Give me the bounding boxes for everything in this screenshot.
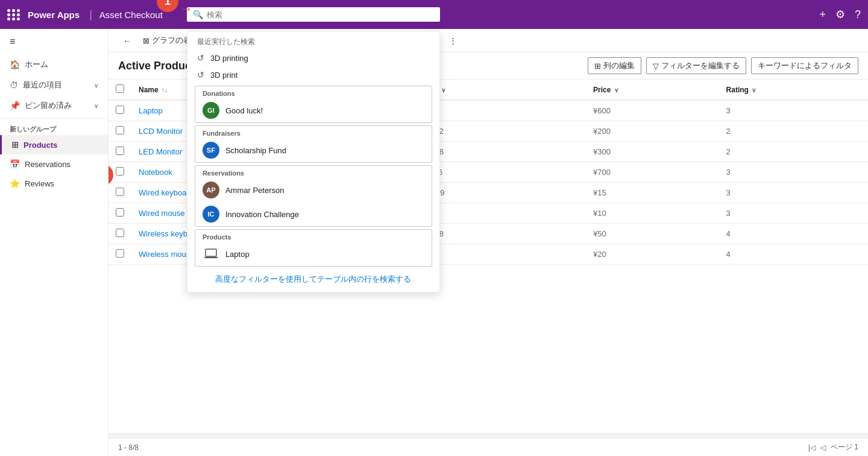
sort-icon-model[interactable]: ∨ [441, 87, 445, 93]
sidebar-item-home[interactable]: 🏠 ホーム [0, 54, 108, 75]
row-price-3: ¥700 [586, 162, 719, 183]
reservations-icon: 📅 [10, 159, 20, 169]
advanced-filter-link[interactable]: 高度なフィルターを使用してテーブル内の行を検索する [187, 269, 439, 287]
search-group-reservations: Reservations AP Ammar Peterson IC Innova… [195, 165, 432, 227]
row-rating-5: 3 [719, 203, 868, 224]
top-bar: Power Apps | Asset Checkout 🔍 最近実行した検索 ↺… [0, 0, 868, 29]
row-rating-4: 3 [719, 183, 868, 203]
reviews-icon: ⭐ [10, 179, 20, 188]
sidebar-divider [0, 118, 108, 119]
row-rating-0: 3 [719, 100, 868, 121]
page-label: ページ 1 [831, 442, 858, 452]
recent-item-2[interactable]: ↺ 3D print [187, 66, 439, 83]
sidebar-item-reservations[interactable]: 📅 Reservations [0, 154, 108, 174]
row-price-6: ¥50 [586, 224, 719, 244]
sidebar-item-label: Products [24, 141, 57, 150]
search-result-laptop[interactable]: Laptop [195, 242, 432, 266]
sort-icon-rating[interactable]: ∨ [752, 87, 756, 93]
recent-item-label: 3D print [210, 71, 238, 80]
row-rating-6: 4 [719, 224, 868, 244]
sort-icon-name[interactable]: ↑↓ [162, 87, 168, 93]
row-rating-1: 2 [719, 121, 868, 142]
result-label: Scholarship Fund [225, 146, 286, 155]
first-page-icon[interactable]: |◁ [808, 443, 816, 452]
avatar-ic: IC [203, 206, 219, 223]
chevron-down-icon: ∨ [94, 82, 98, 89]
pagination-controls: |◁ ◁ ページ 1 [808, 442, 858, 452]
col-header-rating[interactable]: Rating ∨ [719, 80, 868, 100]
search-result-good-luck[interactable]: GI Good luck! [195, 98, 432, 122]
keyword-filter-button[interactable]: キーワードによるフィルタ [751, 57, 858, 74]
search-group-products: Products Laptop [195, 229, 432, 267]
sidebar-item-label: Reservations [25, 160, 71, 169]
keyword-filter-label: キーワードによるフィルタ [758, 60, 852, 71]
add-icon[interactable]: + [819, 8, 826, 21]
edit-columns-icon: ⊞ [594, 62, 601, 71]
edit-columns-button[interactable]: ⊞ 列の編集 [588, 57, 641, 74]
recent-item-1[interactable]: ↺ 3D printing [187, 49, 439, 66]
row-price-4: ¥15 [586, 183, 719, 203]
row-rating-7: 4 [719, 244, 868, 265]
more-icon: ⋮ [449, 36, 457, 45]
result-label: Ammar Peterson [225, 186, 285, 195]
search-input[interactable] [207, 10, 434, 19]
sidebar-item-products[interactable]: ⊞ Products [0, 135, 108, 154]
sidebar-item-label: ホーム [25, 59, 48, 70]
row-checkbox-1[interactable] [116, 126, 124, 135]
bottom-bar: 1 - 8/8 |◁ ◁ ページ 1 [108, 438, 868, 456]
pin-icon: 📌 [10, 101, 20, 110]
search-result-ammar[interactable]: AP Ammar Peterson [195, 178, 432, 202]
edit-columns-label: 列の編集 [603, 60, 635, 71]
sidebar-item-reviews[interactable]: ⭐ Reviews [0, 174, 108, 193]
search-input-wrap[interactable]: 🔍 [187, 7, 440, 22]
row-checkbox-6[interactable] [116, 229, 124, 237]
sidebar-item-label: Reviews [25, 179, 54, 188]
more-button[interactable]: ⋮ [444, 34, 462, 48]
row-checkbox-4[interactable] [116, 188, 124, 196]
recent-icon: ⏱ [10, 80, 18, 90]
search-result-scholarship[interactable]: SF Scholarship Fund [195, 138, 432, 162]
result-label: Laptop [225, 250, 250, 259]
search-result-innovation[interactable]: IC Innovation Challenge [195, 202, 432, 226]
recent-icon: ↺ [197, 70, 204, 80]
sort-icon-price[interactable]: ∨ [614, 87, 618, 93]
sidebar-hamburger[interactable]: ≡ [0, 29, 108, 54]
sidebar-item-recent[interactable]: ⏱ 最近の項目 ∨ [0, 75, 108, 95]
prev-page-icon[interactable]: ◁ [820, 443, 826, 452]
avatar-sf: SF [203, 142, 219, 159]
result-label: Good luck! [225, 106, 263, 115]
col-name-label: Name [139, 86, 159, 94]
settings-icon[interactable]: ⚙ [835, 8, 845, 21]
waffle-icon[interactable] [7, 9, 20, 21]
row-checkbox-7[interactable] [116, 249, 124, 258]
help-icon[interactable]: ? [855, 8, 861, 21]
search-container: 🔍 最近実行した検索 ↺ 3D printing ↺ 3D print Dona… [187, 7, 440, 22]
select-all-checkbox[interactable] [116, 84, 124, 93]
recent-icon: ↺ [197, 53, 204, 63]
pagination-info: 1 - 8/8 [118, 443, 139, 452]
group-header-fundraisers: Fundraisers [195, 126, 432, 138]
top-bar-actions: + ⚙ ? [819, 8, 861, 21]
recent-item-label: 3D printing [210, 54, 248, 63]
col-header-price[interactable]: Price ∨ [586, 80, 719, 100]
header-checkbox-cell [108, 80, 131, 100]
scrollbar[interactable] [108, 433, 868, 438]
row-checkbox-0[interactable] [116, 106, 124, 114]
search-group-fundraisers: Fundraisers SF Scholarship Fund [195, 125, 432, 163]
row-rating-3: 3 [719, 162, 868, 183]
sidebar-item-label: ピン留め済み [25, 100, 72, 111]
product-icon-wrap [203, 245, 219, 262]
row-checkbox-5[interactable] [116, 208, 124, 217]
sidebar-item-pinned[interactable]: 📌 ピン留め済み ∨ [0, 95, 108, 116]
col-price-label: Price [593, 86, 611, 94]
row-price-1: ¥200 [586, 121, 719, 142]
row-checkbox-2[interactable] [116, 147, 124, 155]
back-icon: ← [123, 36, 131, 45]
row-checkbox-3[interactable] [116, 167, 124, 176]
svg-rect-0 [206, 249, 216, 256]
back-button[interactable]: ← [118, 34, 136, 48]
recent-search-label: 最近実行した検索 [187, 32, 439, 49]
group-header-products: Products [195, 230, 432, 242]
edit-filter-button[interactable]: ▽ フィルターを編集する [646, 57, 746, 74]
laptop-icon [204, 249, 218, 259]
